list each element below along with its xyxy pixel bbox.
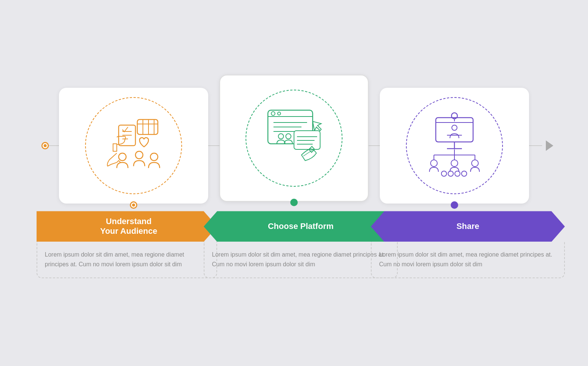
audience-icon-circle xyxy=(85,97,182,194)
step-share-description: Lorem ipsum dolor sit dim amet, mea regi… xyxy=(379,251,552,267)
svg-point-10 xyxy=(135,151,143,159)
svg-point-42 xyxy=(448,171,453,176)
step-share-label: Share xyxy=(456,221,479,231)
right-arrow xyxy=(546,140,553,151)
step-audience-description: Lorem ipsum dolor sit dim amet, mea regi… xyxy=(45,251,184,267)
left-dot xyxy=(41,142,49,149)
card-share xyxy=(380,88,529,204)
svg-point-40 xyxy=(472,160,478,167)
chevron-share: Share xyxy=(371,211,565,242)
chevron-audience: Understand Your Audience xyxy=(37,211,217,242)
svg-rect-0 xyxy=(137,120,158,134)
step-audience-description-box: Lorem ipsum dolor sit dim amet, mea regi… xyxy=(37,242,217,278)
step-share: Share Lorem ipsum dolor sit dim amet, me… xyxy=(371,211,551,278)
svg-point-38 xyxy=(431,160,437,167)
step-platform-label: Choose Platform xyxy=(268,221,334,231)
card-audience xyxy=(59,88,208,204)
platform-icon xyxy=(257,101,331,176)
card-dot-share xyxy=(451,201,458,209)
svg-point-15 xyxy=(278,112,281,115)
steps-row: Understand Your Audience Lorem ipsum dol… xyxy=(37,211,551,278)
svg-point-20 xyxy=(286,134,291,139)
cards-row xyxy=(24,88,564,204)
card-platform xyxy=(219,75,369,202)
step-audience-label: Understand Your Audience xyxy=(97,217,157,236)
svg-point-9 xyxy=(119,153,126,161)
platform-icon-circle xyxy=(245,90,343,187)
step-platform: Choose Platform Lorem ipsum dolor sit di… xyxy=(204,211,384,278)
share-icon xyxy=(417,108,492,183)
infographic-container: Understand Your Audience Lorem ipsum dol… xyxy=(24,22,564,344)
step-platform-description: Lorem ipsum dolor sit dim amet, mea regi… xyxy=(212,251,385,267)
svg-point-11 xyxy=(150,153,158,161)
card-dot-platform xyxy=(290,199,298,206)
step-platform-description-box: Lorem ipsum dolor sit dim amet, mea regi… xyxy=(204,242,398,278)
svg-point-41 xyxy=(441,171,447,176)
share-icon-circle xyxy=(406,97,503,194)
svg-point-43 xyxy=(455,171,460,176)
svg-point-39 xyxy=(451,160,458,167)
step-share-description-box: Lorem ipsum dolor sit dim amet, mea regi… xyxy=(371,242,565,278)
audience-icon xyxy=(96,108,171,183)
step-audience: Understand Your Audience Lorem ipsum dol… xyxy=(37,211,217,278)
svg-point-14 xyxy=(271,112,275,115)
card-dot-audience xyxy=(130,201,137,209)
svg-point-27 xyxy=(452,125,457,130)
svg-point-44 xyxy=(462,171,467,176)
svg-point-19 xyxy=(278,134,284,139)
chevron-platform: Choose Platform xyxy=(204,211,398,242)
